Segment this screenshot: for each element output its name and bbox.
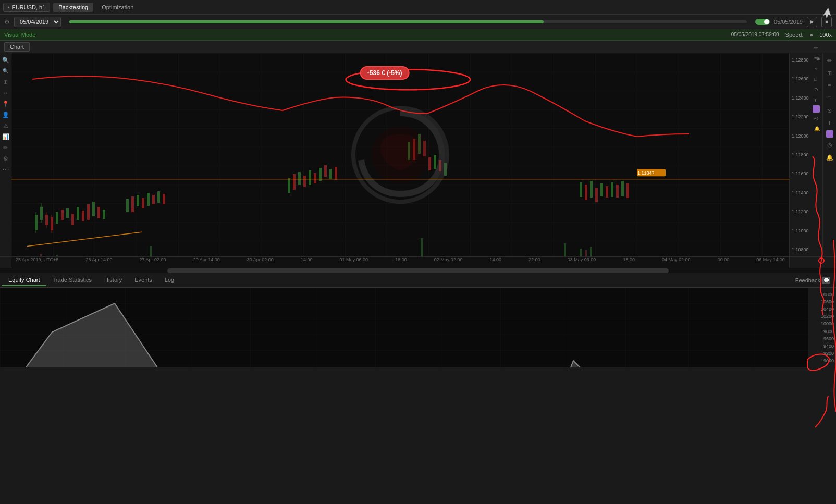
equity-y-axis: 10800 10600 10400 10200 10000 9800 9600 …	[808, 288, 836, 367]
progress-fill	[69, 20, 544, 23]
svg-rect-19	[71, 214, 74, 225]
tab-equity-chart[interactable]: Equity Chart	[2, 275, 46, 286]
time-axis-spacer-left	[0, 257, 11, 268]
tab-history[interactable]: History	[98, 275, 128, 286]
equity-level-8: 9200	[810, 351, 834, 356]
chart-icon[interactable]: 📊	[1, 132, 11, 141]
svg-rect-31	[152, 195, 155, 204]
svg-rect-18	[66, 208, 69, 218]
price-axis: 1.12800 1.12600 1.12400 1.12200 1.12000 …	[789, 53, 822, 256]
svg-rect-37	[303, 176, 306, 187]
feedback-icon: 💬	[822, 277, 830, 284]
svg-rect-39	[314, 173, 316, 183]
svg-rect-25	[103, 210, 105, 219]
time-label-5: 14:00	[301, 257, 313, 268]
datetime-indicator: 05/05/2019 07:59:00	[731, 32, 779, 38]
person-icon[interactable]: 👤	[1, 110, 11, 119]
bottom-tabs: Equity Chart Trade Statistics History Ev…	[0, 273, 836, 288]
svg-rect-55	[595, 188, 598, 202]
equity-level-6: 9600	[810, 336, 834, 341]
color-swatch[interactable]	[826, 130, 833, 138]
svg-rect-23	[92, 202, 95, 216]
grid-icon[interactable]: ⊞	[824, 68, 835, 78]
svg-rect-54	[590, 181, 593, 198]
crosshair-icon[interactable]: ⊕	[1, 77, 11, 87]
time-label-15: 06 May 14:00	[756, 257, 785, 268]
stop-button[interactable]: ■	[821, 17, 832, 27]
zoom-in-icon[interactable]: 🔍	[1, 55, 11, 65]
equity-chart-svg: Balance Equity 0 1 2 3 4 5 6 7 8 9 10 11…	[0, 288, 808, 367]
progress-bar	[69, 20, 747, 23]
chart-label: Chart	[4, 42, 30, 52]
equity-svg-container[interactable]: Balance Equity 0 1 2 3 4 5 6 7 8 9 10 11…	[0, 288, 808, 367]
logo-overlay	[348, 103, 452, 207]
time-label-9: 14:00	[490, 257, 502, 268]
symbol-label[interactable]: ▪ EURUSD, h1	[3, 3, 50, 12]
rectangle-icon[interactable]: □	[824, 93, 835, 103]
left-toolbar: 🔍 🔍 ⊕ ↔ 📍 👤 ⚠ 📊 ✏ ⚙ ⋯	[0, 53, 11, 256]
price-level-0: 1.12800	[792, 57, 820, 63]
tab-trade-statistics[interactable]: Trade Statistics	[46, 275, 98, 286]
tab-log[interactable]: Log	[158, 275, 180, 286]
time-axis-right-spacer	[822, 257, 836, 268]
price-level-4: 1.12000	[792, 133, 820, 139]
svg-rect-26	[126, 199, 129, 212]
feedback-button[interactable]: Feedback 💬	[795, 277, 834, 284]
equity-area: Balance Equity 0 1 2 3 4 5 6 7 8 9 10 11…	[0, 288, 836, 367]
camera-icon[interactable]: ◎	[824, 140, 835, 150]
svg-rect-71	[590, 247, 592, 256]
scrollbar-area[interactable]	[0, 268, 836, 273]
chart-label-bar: Chart	[0, 41, 836, 53]
pencil-icon[interactable]: ✏	[824, 55, 835, 66]
svg-rect-65	[56, 255, 58, 256]
svg-rect-58	[611, 182, 613, 197]
visual-mode-bar: Visual Mode 05/05/2019 07:59:00 Speed: ●…	[0, 29, 836, 41]
svg-rect-68	[564, 243, 566, 256]
svg-rect-53	[585, 185, 587, 200]
time-label-3: 29 Apr 14:00	[193, 257, 220, 268]
svg-rect-34	[288, 178, 290, 193]
visual-mode-label: Visual Mode	[4, 32, 35, 38]
main-chart-area: 🔍 🔍 ⊕ ↔ 📍 👤 ⚠ 📊 ✏ ⚙ ⋯ -536 € (-5%)	[0, 53, 836, 256]
start-date-select[interactable]: 05/04/2019	[14, 17, 61, 27]
svg-rect-22	[87, 204, 90, 220]
bell-icon[interactable]: 🔔	[824, 152, 835, 163]
svg-rect-27	[131, 196, 134, 212]
price-level-3: 1.12200	[792, 114, 820, 119]
svg-rect-20	[77, 207, 79, 220]
price-level-8: 1.11200	[792, 209, 820, 214]
pin-icon[interactable]: 📍	[1, 99, 11, 108]
alert-icon[interactable]: ⚠	[1, 121, 11, 130]
symbol-text: EURUSD, h1	[12, 4, 46, 10]
price-level-2: 1.12400	[792, 95, 820, 101]
scroll-icon[interactable]: ↔	[1, 88, 11, 97]
svg-rect-21	[82, 211, 84, 221]
scrollbar-thumb[interactable]	[167, 268, 669, 273]
price-level-10: 1.10800	[792, 247, 820, 252]
price-level-6: 1.11600	[792, 171, 820, 176]
text-icon[interactable]: T	[824, 118, 835, 128]
lines-icon[interactable]: ≡	[824, 80, 835, 91]
tab-events[interactable]: Events	[128, 275, 158, 286]
toggle-switch[interactable]	[755, 19, 770, 25]
svg-rect-32	[157, 191, 160, 203]
settings-icon[interactable]: ⚙	[1, 154, 11, 163]
circle-icon[interactable]: ⊙	[824, 105, 835, 116]
edit-icon[interactable]: ✏	[1, 143, 11, 152]
svg-rect-28	[137, 195, 139, 206]
optimization-tab[interactable]: Optimization	[96, 3, 139, 12]
svg-rect-70	[585, 250, 587, 256]
gear-icon[interactable]: ⚙	[4, 18, 10, 26]
svg-rect-66	[150, 246, 152, 256]
equity-level-1: 10600	[810, 299, 834, 304]
feedback-label: Feedback	[795, 277, 820, 284]
svg-rect-33	[163, 194, 165, 204]
play-button[interactable]: ▶	[807, 17, 817, 27]
more-icon[interactable]: ⋯	[1, 165, 11, 174]
top-bar: ▪ EURUSD, h1 Backtesting Optimization	[0, 0, 836, 15]
time-label-4: 30 Apr 02:00	[247, 257, 274, 268]
zoom-out-icon[interactable]: 🔍	[1, 66, 11, 76]
backtesting-tab[interactable]: Backtesting	[53, 3, 93, 12]
equity-level-4: 10000	[810, 321, 834, 326]
chart-canvas[interactable]: -536 € (-5%) 1.11847	[11, 53, 789, 256]
